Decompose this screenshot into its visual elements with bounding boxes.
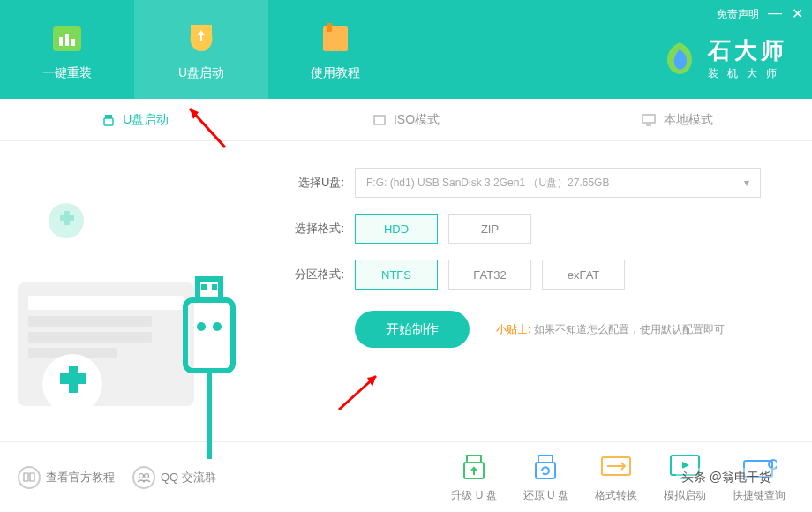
- nav-label: 一键重装: [42, 65, 92, 81]
- computer-usb-illustration: [9, 194, 256, 459]
- svg-rect-19: [198, 279, 221, 300]
- minimize-button[interactable]: —: [768, 5, 780, 22]
- nav-reinstall[interactable]: 一键重装: [0, 0, 134, 99]
- shield-usb-icon: [182, 18, 221, 56]
- format-zip[interactable]: ZIP: [448, 214, 531, 244]
- tab-local-mode[interactable]: 本地模式: [541, 99, 812, 140]
- svg-rect-27: [467, 456, 481, 463]
- nav-label: U盘启动: [178, 65, 224, 81]
- nav-usb-boot[interactable]: U盘启动: [134, 0, 268, 99]
- svg-rect-7: [104, 118, 113, 125]
- watermark-text: 头条 @翁电干货: [676, 468, 777, 487]
- logo-title: 石大师: [708, 35, 787, 66]
- svg-rect-20: [201, 284, 207, 290]
- qq-group-link[interactable]: QQ 交流群: [132, 466, 216, 489]
- svg-point-22: [197, 322, 206, 331]
- usb-refresh-icon: [528, 451, 563, 483]
- upgrade-usb[interactable]: 升级 U 盘: [451, 451, 496, 503]
- window-controls: — ✕: [768, 5, 803, 22]
- tab-iso-mode[interactable]: ISO模式: [271, 99, 542, 140]
- start-button[interactable]: 开始制作: [355, 311, 470, 348]
- svg-point-26: [145, 473, 149, 478]
- nav-tutorial[interactable]: 使用教程: [268, 0, 402, 99]
- format-convert[interactable]: 格式转换: [595, 451, 637, 503]
- svg-rect-21: [212, 284, 217, 290]
- svg-rect-13: [28, 296, 184, 310]
- tutorial-link[interactable]: 查看官方教程: [18, 466, 115, 489]
- svg-rect-8: [374, 116, 385, 124]
- svg-rect-15: [28, 332, 152, 343]
- usb-select[interactable]: F:G: (hd1) USB SanDisk 3.2Gen1 （U盘）27.65…: [355, 168, 761, 198]
- partition-fat32[interactable]: FAT32: [448, 260, 531, 290]
- tab-usb-boot[interactable]: U盘启动: [0, 99, 271, 140]
- svg-point-25: [139, 473, 144, 478]
- svg-point-23: [213, 322, 222, 331]
- usb-icon: [102, 113, 116, 127]
- bar-chart-icon: [48, 18, 86, 56]
- disclaimer-link[interactable]: 免责声明: [717, 7, 759, 22]
- monitor-icon: [641, 113, 657, 127]
- svg-rect-14: [28, 316, 152, 327]
- partition-ntfs[interactable]: NTFS: [355, 260, 438, 290]
- tip-text: 小贴士: 如果不知道怎么配置，使用默认配置即可: [496, 322, 725, 337]
- chevron-down-icon: ▾: [744, 177, 749, 189]
- svg-rect-30: [536, 463, 555, 478]
- restore-usb[interactable]: 还原 U 盘: [523, 451, 568, 503]
- book-open-icon: [18, 466, 41, 489]
- svg-rect-2: [65, 34, 69, 46]
- svg-rect-29: [538, 456, 553, 463]
- mode-tabs: U盘启动 ISO模式 本地模式: [0, 99, 812, 141]
- usb-up-icon: [456, 451, 492, 483]
- svg-rect-1: [59, 37, 63, 46]
- nav-label: 使用教程: [311, 65, 360, 81]
- format-label: 选择格式:: [282, 221, 344, 237]
- svg-rect-9: [643, 115, 655, 123]
- config-panel: 选择U盘: F:G: (hd1) USB SanDisk 3.2Gen1 （U盘…: [265, 141, 812, 441]
- iso-icon: [372, 113, 387, 127]
- svg-rect-5: [327, 23, 332, 32]
- main-content: 选择U盘: F:G: (hd1) USB SanDisk 3.2Gen1 （U盘…: [0, 141, 812, 441]
- people-icon: [132, 466, 155, 489]
- illustration-panel: [0, 141, 265, 441]
- book-icon: [316, 18, 355, 56]
- partition-exfat[interactable]: exFAT: [542, 260, 625, 290]
- format-hdd[interactable]: HDD: [355, 214, 438, 244]
- partition-label: 分区格式:: [282, 267, 344, 282]
- convert-icon: [598, 451, 634, 483]
- logo-icon: [660, 39, 699, 78]
- close-button[interactable]: ✕: [791, 5, 803, 22]
- select-usb-label: 选择U盘:: [282, 175, 344, 191]
- header-bar: 一键重装 U盘启动 使用教程 免责声明 — ✕ 石大师 装机大师: [0, 0, 812, 99]
- svg-rect-3: [71, 39, 75, 46]
- app-logo: 石大师 装机大师: [660, 35, 787, 81]
- logo-subtitle: 装机大师: [708, 66, 787, 81]
